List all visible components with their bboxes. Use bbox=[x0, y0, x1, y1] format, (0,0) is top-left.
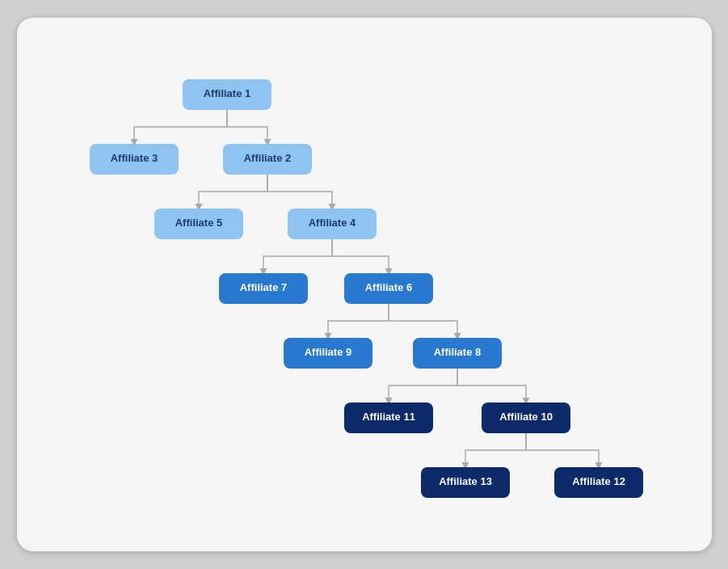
affiliate-node-a11[interactable]: Affiliate 11 bbox=[344, 403, 433, 433]
affiliate-node-a2[interactable]: Affiliate 2 bbox=[223, 144, 312, 175]
affiliate-node-a6[interactable]: Affiliate 6 bbox=[344, 273, 433, 304]
tree-card: Affiliate 1Affiliate 3Affiliate 2Affilia… bbox=[17, 18, 712, 551]
affiliate-node-a7[interactable]: Affiliate 7 bbox=[219, 273, 308, 304]
affiliate-node-a13[interactable]: Affiliate 13 bbox=[421, 467, 510, 498]
affiliate-node-a4[interactable]: Affiliate 4 bbox=[288, 209, 377, 239]
node-label: Affiliate 10 bbox=[499, 411, 553, 423]
tree-edge bbox=[389, 369, 457, 403]
tree-edge bbox=[465, 433, 526, 467]
node-label: Affiliate 3 bbox=[110, 152, 158, 164]
affiliate-node-a1[interactable]: Affiliate 1 bbox=[183, 79, 271, 110]
tree-edge bbox=[389, 304, 457, 338]
affiliate-node-a12[interactable]: Affiliate 12 bbox=[554, 467, 643, 498]
node-label: Affiliate 6 bbox=[364, 281, 412, 293]
tree-edge bbox=[134, 110, 227, 144]
node-label: Affiliate 5 bbox=[175, 217, 222, 229]
affiliate-node-a9[interactable]: Affiliate 9 bbox=[284, 338, 372, 369]
node-label: Affiliate 8 bbox=[433, 346, 481, 358]
node-label: Affiliate 12 bbox=[572, 475, 625, 487]
tree-edge bbox=[267, 175, 332, 209]
affiliate-node-a5[interactable]: Affiliate 5 bbox=[154, 209, 243, 239]
node-label: Affiliate 11 bbox=[362, 411, 415, 423]
node-label: Affiliate 1 bbox=[203, 87, 250, 99]
affiliate-node-a3[interactable]: Affiliate 3 bbox=[90, 144, 179, 175]
affiliate-node-a10[interactable]: Affiliate 10 bbox=[482, 403, 570, 433]
tree-edge bbox=[199, 175, 267, 209]
tree-edge bbox=[526, 433, 599, 467]
node-label: Affiliate 2 bbox=[243, 152, 291, 164]
tree-edge bbox=[328, 304, 389, 338]
tree-edge bbox=[457, 369, 526, 403]
tree-container: Affiliate 1Affiliate 3Affiliate 2Affilia… bbox=[17, 18, 712, 551]
tree-edge bbox=[227, 110, 267, 144]
node-label: Affiliate 7 bbox=[239, 281, 287, 293]
tree-edge bbox=[263, 239, 332, 273]
node-label: Affiliate 4 bbox=[308, 217, 356, 229]
node-label: Affiliate 13 bbox=[439, 475, 492, 487]
tree-edge bbox=[332, 239, 389, 273]
node-label: Affiliate 9 bbox=[304, 346, 351, 358]
affiliate-node-a8[interactable]: Affiliate 8 bbox=[413, 338, 502, 369]
